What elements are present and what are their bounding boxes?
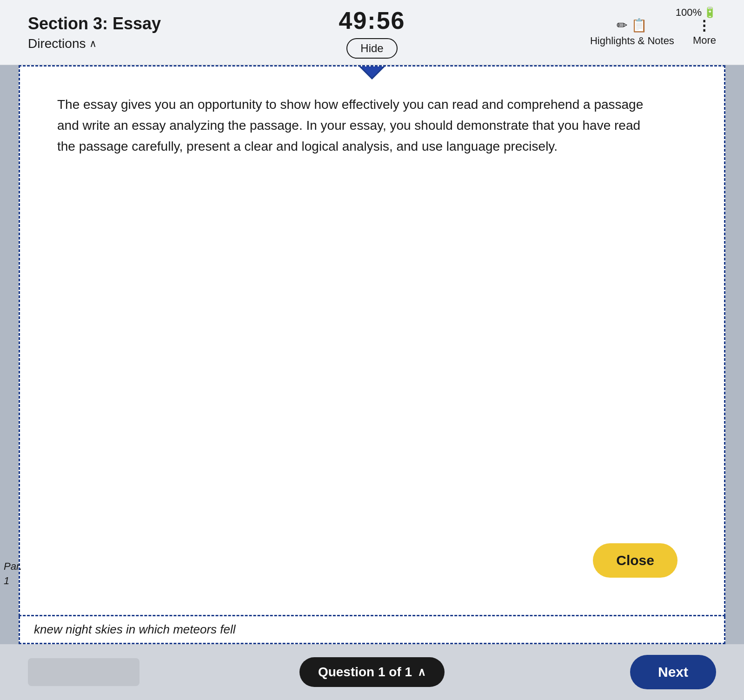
battery-info: 100% 🔋 [676, 7, 716, 19]
bottom-strip-text: knew night skies in which meteors fell [34, 622, 236, 637]
panel-arrow-inner-icon [360, 66, 384, 78]
bottom-text-strip: knew night skies in which meteors fell [19, 616, 725, 644]
timer-display: 49:56 [339, 7, 405, 34]
directions-chevron-icon: ∧ [89, 38, 97, 50]
directions-text: The essay gives you an opportunity to sh… [57, 94, 655, 157]
footer: Question 1 of 1 ∧ Next [0, 644, 744, 700]
footer-right: Next [604, 655, 716, 689]
hide-button[interactable]: Hide [346, 38, 397, 59]
next-button[interactable]: Next [630, 655, 716, 689]
note-icon: 📋 [631, 18, 647, 33]
par-number: 1 [4, 574, 22, 588]
highlights-notes-button[interactable]: ✏ 📋 Highlights & Notes [590, 18, 674, 47]
question-badge[interactable]: Question 1 of 1 ∧ [299, 657, 445, 687]
question-chevron-icon: ∧ [418, 666, 426, 679]
main-area: The essay gives you an opportunity to sh… [0, 65, 744, 644]
more-dots-icon: ⋮ [697, 19, 712, 33]
battery-icon: 🔋 [704, 7, 716, 19]
more-label: More [693, 34, 716, 47]
par-label: Par. 1 [4, 560, 22, 588]
header-left: Section 3: Essay Directions ∧ [28, 14, 167, 51]
more-button[interactable]: ⋮ More [693, 19, 716, 47]
battery-percentage: 100% [676, 7, 702, 19]
close-button[interactable]: Close [593, 543, 678, 578]
footer-placeholder [28, 658, 140, 686]
header-right: ✏ 📋 Highlights & Notes ⋮ More [577, 18, 716, 47]
directions-label: Directions [28, 36, 86, 51]
header-center: 49:56 Hide [167, 7, 577, 59]
highlights-notes-label: Highlights & Notes [590, 35, 674, 47]
section-title: Section 3: Essay [28, 14, 167, 33]
directions-panel: The essay gives you an opportunity to sh… [19, 65, 725, 616]
pencil-icon: ✏ [617, 18, 627, 33]
par-text: Par. [4, 560, 22, 574]
header: Section 3: Essay Directions ∧ 49:56 Hide… [0, 0, 744, 65]
directions-toggle[interactable]: Directions ∧ [28, 36, 167, 51]
highlights-icons: ✏ 📋 [617, 18, 647, 33]
footer-center: Question 1 of 1 ∧ [140, 657, 604, 687]
question-label: Question 1 of 1 [318, 665, 412, 680]
